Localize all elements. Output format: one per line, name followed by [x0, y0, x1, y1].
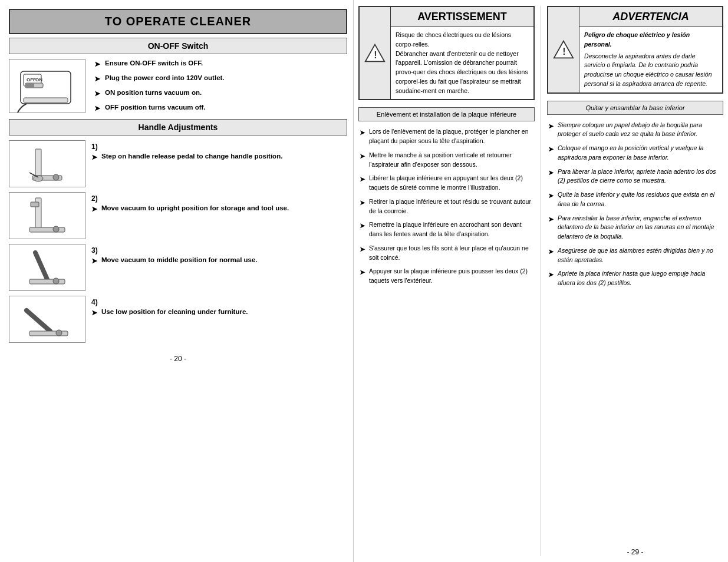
on-off-step-2-text: Plug the power cord into 120V outlet.	[105, 74, 225, 81]
fr-item-6-text: S'assurer que tous les fils sont à leur …	[369, 244, 533, 263]
handle-text-1: 1) ➤ Step on handle release pedal to cha…	[91, 140, 347, 161]
fr-arrow-2: ➤	[360, 151, 365, 161]
es-item-2: ➤ Coloque el mango en la posición vertic…	[548, 144, 722, 163]
svg-rect-5	[25, 83, 34, 88]
on-off-step-2: ➤ Plug the power cord into 120V outlet.	[94, 74, 347, 83]
spanish-warning-bold: Peligro de choque eléctrico y lesión per…	[584, 31, 717, 49]
es-item-6: ➤ Asegúrese de que las alambres estén di…	[548, 246, 722, 265]
es-item-7: ➤ Apriete la placa inferior hasta que lu…	[548, 269, 722, 288]
left-panel: TO OPERATE CLEANER ON-OFF Switch OFF ON	[0, 0, 354, 562]
handle-section: 1) ➤ Step on handle release pedal to cha…	[9, 140, 347, 343]
arrow-icon-2: ➤	[94, 75, 100, 83]
handle-num-2: 2)	[91, 194, 347, 203]
arrow-icon-h1: ➤	[91, 153, 97, 161]
on-off-title: ON-OFF Switch	[148, 41, 209, 51]
es-item-6-text: Asegúrese de que las alambres estén diri…	[558, 246, 722, 265]
svg-rect-6	[24, 98, 68, 103]
handle-step-3-text: Move vacuum to middle position for norma…	[101, 256, 258, 263]
french-warning-box: ! AVERTISSEMENT Risque de chocs électriq…	[358, 6, 535, 100]
spanish-warning-italic: Desconecte la aspiradora antes de darle …	[584, 52, 717, 89]
on-off-step-3-text: ON position turns vacuum on.	[105, 89, 202, 96]
fr-arrow-7: ➤	[360, 267, 365, 277]
spanish-warning-box: ! ADVERTENCIA Peligro de choque eléctric…	[547, 6, 723, 94]
french-warning-content: AVERTISSEMENT Risque de chocs électrique…	[391, 7, 533, 99]
french-instr-list: ➤ Lors de l'enlèvement de la plaque, pro…	[358, 127, 535, 286]
french-warning-icon-col: !	[360, 7, 391, 99]
es-arrow-1: ➤	[548, 121, 554, 131]
handle-step-1-text: Step on handle release pedal to change h…	[101, 153, 282, 160]
handle-img-1	[9, 140, 85, 187]
fr-arrow-6: ➤	[360, 244, 365, 254]
svg-point-9	[53, 174, 59, 180]
spanish-column: ! ADVERTENCIA Peligro de choque eléctric…	[547, 6, 723, 556]
fr-item-1-text: Lors de l'enlèvement de la plaque, proté…	[369, 127, 533, 146]
fr-item-2-text: Mettre le manche à sa position verticale…	[369, 151, 533, 170]
handle-img-3	[9, 244, 85, 291]
page-number-right: - 29 -	[547, 536, 723, 556]
on-off-step-4-text: OFF position turns vacuum off.	[105, 104, 206, 111]
fr-item-4-text: Retirer la plaque inférieure et tout rés…	[369, 197, 533, 216]
es-item-1: ➤ Siempre coloque un papel debajo de la …	[548, 121, 722, 140]
es-arrow-5: ➤	[548, 214, 554, 224]
french-section-header: Enlèvement et installation de la plaque …	[358, 107, 535, 121]
svg-text:ON: ON	[35, 77, 42, 82]
svg-rect-16	[29, 279, 65, 284]
main-title: TO OPERATE CLEANER	[105, 15, 251, 28]
handle-illustration-4	[18, 299, 77, 340]
handle-step-4-text: Use low position for cleaning under furn…	[101, 308, 248, 315]
handle-img-2	[9, 192, 85, 239]
arrow-icon-4: ➤	[94, 104, 100, 113]
handle-illustration-1	[18, 143, 77, 184]
svg-text:OFF: OFF	[27, 77, 36, 82]
handle-rows: 1) ➤ Step on handle release pedal to cha…	[9, 140, 347, 343]
svg-point-13	[53, 226, 59, 232]
handle-desc-2: ➤ Move vacuum to upright position for st…	[91, 204, 347, 213]
french-column: ! AVERTISSEMENT Risque de chocs électriq…	[358, 6, 535, 556]
french-warning-title: AVERTISSEMENT	[417, 11, 507, 22]
handle-num-1: 1)	[91, 143, 347, 151]
es-item-1-text: Siempre coloque un papel debajo de la bo…	[558, 121, 722, 140]
on-off-steps: ➤ Ensure ON-OFF switch is OFF. ➤ Plug th…	[94, 59, 347, 113]
handle-img-4	[9, 296, 85, 343]
svg-point-10	[34, 176, 43, 181]
handle-step-2-text: Move vacuum to upright position for stor…	[101, 204, 289, 211]
handle-desc-4: ➤ Use low position for cleaning under fu…	[91, 308, 347, 317]
fr-item-7: ➤ Appuyer sur la plaque inférieure puis …	[360, 267, 533, 286]
handle-num-3: 3)	[91, 246, 347, 254]
svg-point-17	[53, 278, 59, 284]
on-off-section: OFF ON ➤ Ensure ON-OFF switch is OFF. ➤ …	[9, 59, 347, 113]
page-number-left: - 20 -	[9, 355, 347, 363]
es-item-2-text: Coloque el mango en la posición vertical…	[558, 144, 722, 163]
fr-arrow-5: ➤	[360, 221, 365, 231]
svg-rect-12	[29, 227, 65, 232]
spanish-section-title: Quitar y ensamblar la base inferior	[585, 104, 684, 111]
arrow-icon-h3: ➤	[91, 257, 97, 265]
spanish-warning-title: ADVERTENCIA	[612, 11, 689, 22]
handle-illustration-2	[18, 195, 77, 236]
fr-item-5-text: Remettre la plaque inférieure en accroch…	[369, 220, 533, 239]
fr-item-4: ➤ Retirer la plaque inférieure et tout r…	[360, 197, 533, 216]
es-item-7-text: Apriete la placa inferior hasta que lueg…	[558, 269, 722, 288]
on-off-section-header: ON-OFF Switch	[9, 38, 347, 54]
svg-line-18	[27, 310, 50, 331]
fr-item-1: ➤ Lors de l'enlèvement de la plaque, pro…	[360, 127, 533, 146]
arrow-icon-h2: ➤	[91, 205, 97, 213]
french-warning-body: Risque de chocs électriques ou de lésion…	[391, 27, 533, 99]
french-section-title: Enlèvement et installation de la plaque …	[377, 111, 516, 118]
french-warning-title-bar: AVERTISSEMENT	[391, 7, 533, 27]
handle-row-3: 3) ➤ Move vacuum to middle position for …	[9, 244, 347, 291]
handle-desc-3: ➤ Move vacuum to middle position for nor…	[91, 256, 347, 265]
es-arrow-6: ➤	[548, 247, 554, 257]
on-off-step-4: ➤ OFF position turns vacuum off.	[94, 104, 347, 113]
svg-point-20	[56, 330, 62, 336]
es-arrow-2: ➤	[548, 144, 554, 154]
fr-item-3: ➤ Libérer la plaque inférieure en appuya…	[360, 174, 533, 193]
handle-text-2: 2) ➤ Move vacuum to upright position for…	[91, 192, 347, 213]
handle-row-4: 4) ➤ Use low position for cleaning under…	[9, 296, 347, 343]
warning-triangle-icon-fr: !	[364, 42, 386, 64]
es-item-5: ➤ Para reinstalar la base inferior, enga…	[548, 214, 722, 242]
svg-line-15	[35, 253, 47, 279]
es-item-4-text: Quite la base inferior y quite los resid…	[558, 190, 722, 209]
spanish-warning-content: ADVERTENCIA Peligro de choque eléctrico …	[579, 7, 722, 92]
warning-triangle-icon-es: !	[553, 39, 574, 60]
